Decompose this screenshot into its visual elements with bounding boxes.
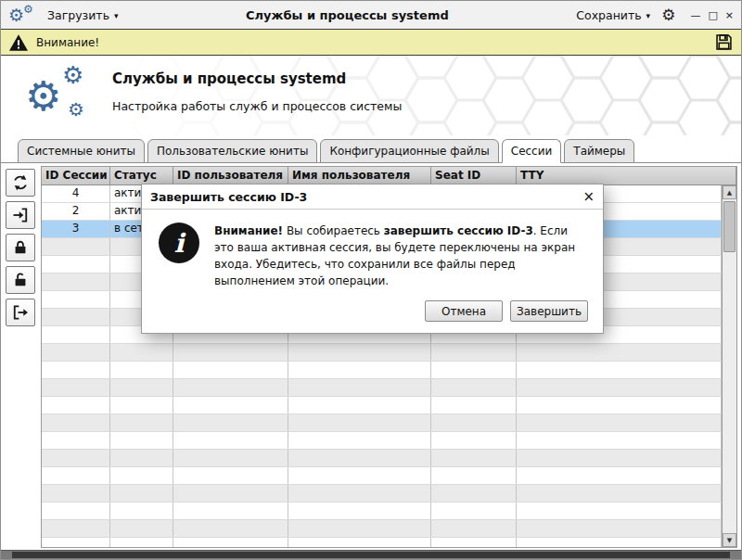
- cell-empty: [42, 520, 110, 537]
- cell-empty: [517, 520, 722, 537]
- maximize-button[interactable]: □: [708, 9, 717, 21]
- column-header-seat-id[interactable]: Seat ID: [431, 167, 517, 185]
- minimize-button[interactable]: —: [690, 9, 700, 21]
- dialog-message-bold: завершить сессию ID-3: [384, 224, 533, 237]
- cell-empty: [110, 467, 173, 484]
- table-header: ID Сессии Статус ID пользователя Имя пол…: [42, 167, 736, 185]
- cancel-button[interactable]: Отмена: [425, 300, 503, 322]
- terminate-session-button[interactable]: [6, 299, 35, 326]
- lock-icon: [11, 238, 30, 257]
- table-row-empty[interactable]: [42, 520, 722, 538]
- cell-empty: [431, 379, 517, 396]
- save-menu-button[interactable]: Сохранить ▾: [576, 8, 650, 22]
- dialog-title: Завершить сессию ID-3: [150, 190, 307, 204]
- chevron-down-icon: ▾: [114, 11, 119, 20]
- cell-empty: [110, 520, 173, 537]
- cell-empty: [288, 432, 431, 449]
- login-arrow-icon: [11, 206, 30, 224]
- table-row-empty[interactable]: [42, 397, 722, 414]
- cell-empty: [173, 503, 288, 519]
- tab-user-units[interactable]: Пользовательские юниты: [147, 139, 317, 163]
- lock-session-button[interactable]: [6, 234, 35, 261]
- gear-icon: ⚙: [8, 6, 24, 24]
- tab-config-files[interactable]: Конфигурационные файлы: [320, 139, 498, 163]
- cell-empty: [517, 344, 722, 361]
- tab-sessions[interactable]: Сессии: [502, 139, 562, 163]
- table-row-empty[interactable]: [42, 538, 722, 547]
- titlebar: ⚙ ⚙ Загрузить ▾ Службы и процессы system…: [1, 1, 741, 29]
- table-row-empty[interactable]: [42, 432, 722, 450]
- cell-empty: [517, 450, 722, 466]
- table-row-empty[interactable]: [42, 379, 722, 397]
- table-row-empty[interactable]: [42, 450, 722, 467]
- column-header-session-id[interactable]: ID Сессии: [42, 167, 110, 185]
- cell-session-id: 2: [42, 203, 110, 220]
- activate-session-button[interactable]: [6, 201, 35, 229]
- column-header-tty[interactable]: TTY: [517, 167, 736, 185]
- cell-empty: [517, 432, 722, 449]
- dialog-buttons: Отмена Завершить: [142, 297, 603, 333]
- cell-empty: [42, 238, 110, 255]
- refresh-button[interactable]: [6, 169, 35, 197]
- cell-empty: [288, 414, 431, 431]
- tab-timers[interactable]: Таймеры: [564, 139, 634, 163]
- close-button[interactable]: ×: [725, 9, 734, 21]
- column-header-status[interactable]: Статус: [110, 167, 173, 185]
- table-row-empty[interactable]: [42, 362, 722, 379]
- window-title: Службы и процессы systemd: [130, 8, 566, 22]
- cell-empty: [110, 503, 173, 519]
- confirm-terminate-button[interactable]: Завершить: [510, 300, 588, 322]
- cell-empty: [110, 432, 173, 449]
- cell-empty: [431, 538, 517, 547]
- cell-empty: [173, 362, 288, 378]
- cell-empty: [173, 538, 288, 547]
- gear-icon: ⚙: [68, 100, 84, 119]
- table-row-empty[interactable]: [42, 485, 722, 503]
- table-row-empty[interactable]: [42, 503, 722, 520]
- cell-empty: [431, 397, 517, 414]
- horizontal-scrollbar[interactable]: [1, 550, 741, 559]
- load-menu-button[interactable]: Загрузить ▾: [47, 8, 119, 22]
- terminate-session-dialog: Завершить сессию ID-3 × i Внимание! Вы с…: [141, 184, 604, 334]
- cell-empty: [173, 467, 288, 484]
- vertical-scrollbar[interactable]: ▲ ▼: [722, 185, 736, 547]
- column-header-username[interactable]: Имя пользователя: [288, 167, 431, 185]
- table-row-empty[interactable]: [42, 414, 722, 432]
- cell-empty: [173, 432, 288, 449]
- cell-empty: [431, 467, 517, 484]
- cell-empty: [42, 538, 110, 547]
- table-row-empty[interactable]: [42, 467, 722, 485]
- app-window: ⚙ ⚙ Загрузить ▾ Службы и процессы system…: [0, 0, 742, 560]
- cell-empty: [42, 467, 110, 484]
- settings-gear-button[interactable]: ⚙: [661, 6, 675, 24]
- column-header-user-id[interactable]: ID пользователя: [173, 167, 288, 185]
- cell-empty: [288, 450, 431, 466]
- cell-empty: [431, 432, 517, 449]
- cell-empty: [110, 450, 173, 466]
- dialog-close-button[interactable]: ×: [582, 188, 595, 205]
- cell-empty: [288, 503, 431, 519]
- cell-empty: [517, 362, 722, 378]
- cell-empty: [110, 362, 173, 378]
- cell-empty: [517, 485, 722, 502]
- scroll-up-button[interactable]: ▲: [723, 185, 736, 199]
- table-row-empty[interactable]: [42, 344, 722, 362]
- cell-empty: [173, 520, 288, 537]
- scroll-down-button[interactable]: ▼: [723, 533, 736, 547]
- cell-empty: [288, 538, 431, 547]
- cell-empty: [288, 467, 431, 484]
- cell-empty: [431, 485, 517, 502]
- save-floppy-icon[interactable]: [714, 32, 734, 52]
- refresh-icon: [11, 173, 30, 192]
- hscrollbar-thumb[interactable]: [12, 552, 730, 558]
- warning-bar: Внимание!: [1, 29, 741, 56]
- scrollbar-thumb[interactable]: [723, 201, 736, 252]
- tab-system-units[interactable]: Системные юниты: [18, 139, 145, 163]
- cell-empty: [110, 414, 173, 431]
- cell-empty: [42, 503, 110, 519]
- cell-empty: [110, 344, 173, 361]
- cell-empty: [431, 362, 517, 378]
- unlock-session-button[interactable]: [6, 266, 35, 294]
- cell-empty: [431, 344, 517, 361]
- cell-empty: [42, 432, 110, 449]
